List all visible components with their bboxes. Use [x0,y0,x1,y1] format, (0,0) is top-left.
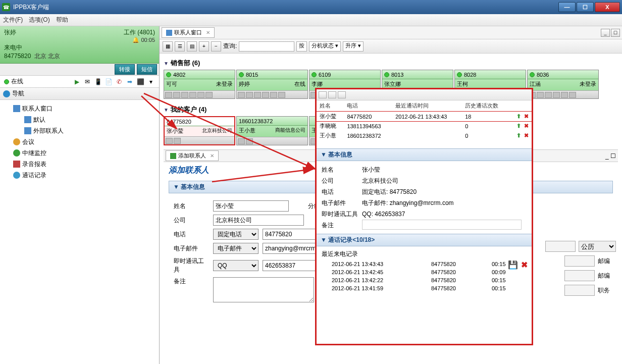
company-input[interactable] [213,215,304,226]
extra-input-2[interactable] [564,255,595,267]
view-tile-icon[interactable]: ▦ [163,41,173,51]
window-title: IPPBX客户端 [13,3,557,12]
menu-options[interactable]: 选项(O) [29,16,49,24]
nav-default[interactable]: 默认 [4,114,155,125]
status-bar: 在线 ▶ ✉ 📱 📄 ✆ ➡ ⬛ ▾ [0,76,159,88]
save-icon[interactable]: 💾 [508,260,518,270]
name-input[interactable] [213,200,289,212]
view-grid-icon[interactable]: ▤ [187,41,197,51]
th-last: 最近通话时间 [392,100,462,112]
maximize-button[interactable]: ☐ [577,2,594,12]
note-icon[interactable]: 📄 [105,78,113,86]
popup-contacts-table: 姓名 电话 最近通话时间 历史通话次数 张小莹847758202012-06-2… [317,100,532,140]
left-sidebar: 张婷 工作 (4801) 🔔 00:05 来电中 84775820 北京 北京 … [0,26,160,364]
email-type-select[interactable]: 电子邮件 [213,243,258,254]
nav-contacts-window[interactable]: 联系人窗口 [4,103,155,114]
recent-calls-header: 最近来电记录 [322,248,527,260]
menu-bar: 文件(F) 选项(O) 帮助 [0,14,622,26]
app-icon: ☎ [2,3,10,11]
handset-icon[interactable]: ✆ [115,78,123,86]
record-icon[interactable]: ⬛ [136,78,144,86]
pane-max-button[interactable]: ☐ [610,152,616,160]
tab-row: 联系人窗口 ✕ _ ☐ [160,26,622,39]
close-button[interactable]: X [595,2,620,12]
extra-input-3[interactable] [564,270,595,281]
query-label: 查询: [223,42,237,50]
nav-header: 导航 [0,88,159,100]
tab-icon [166,30,172,36]
status-text: 在线 [11,77,23,86]
nav-relay[interactable]: 中继监控 [4,147,155,159]
phone-type-select[interactable]: 固定电话 [213,229,258,240]
svg-line-1 [141,96,177,129]
extension-card[interactable]: 8036 江涵未登录 [527,70,599,99]
pane-min-button[interactable]: _ [601,29,610,37]
remark-input[interactable] [213,277,314,302]
tab-close-icon[interactable]: ✕ [206,30,210,35]
calendar-select[interactable]: 公历 [579,241,616,252]
popup-remark-box [362,220,522,230]
menu-file[interactable]: 文件(F) [3,16,23,24]
globe-icon [3,90,10,97]
im-type-select[interactable]: QQ [213,260,258,271]
add-icon[interactable]: + [199,41,209,51]
sort-field-select[interactable]: 分机状态 ▾ [309,41,341,51]
incoming-location: 北京 北京 [34,53,60,60]
popup-toolbar [317,89,532,100]
extra-input-1[interactable] [545,241,576,252]
phone-label: 电话 [169,230,209,239]
calllog-row: 2012-06-21 13:43:438477582000:15 [322,260,527,268]
pane-min-button[interactable]: _ [605,152,609,160]
popup-table-row[interactable]: 李晓晓138113945630⬆✖ [317,121,532,131]
remark-label: 备注 [169,277,209,286]
extra-input-4[interactable] [564,285,595,296]
incoming-label: 来电中 [4,43,155,52]
play-icon[interactable]: ▶ [73,78,81,86]
zip-label: 邮编 [598,257,616,266]
popup-table-row[interactable]: 张小莹847758202012-06-21 13:43:4318⬆✖ [317,112,532,122]
transfer-button[interactable]: 转接 [115,64,135,75]
call-timer: 00:05 [141,37,155,43]
company-label: 公司 [169,216,209,225]
nav-title: 导航 [12,89,24,98]
dropdown-icon[interactable]: ▾ [147,78,155,86]
nav-meeting[interactable]: 会议 [4,136,155,147]
minimize-button[interactable]: — [558,2,576,12]
window-titlebar: ☎ IPPBX客户端 — ☐ X [0,0,622,14]
nav-external[interactable]: 外部联系人 [4,125,155,136]
sort-dir-select[interactable]: 升序 ▾ [343,41,364,51]
forward-icon[interactable]: ➡ [126,78,134,86]
incoming-number: 84775820 [4,53,31,60]
popup-calllog-head[interactable]: ▼ 通话记录<10/18> [317,234,532,246]
menu-help[interactable]: 帮助 [56,16,68,24]
phone-input[interactable] [263,229,323,240]
user-work: 工作 (4801) [124,28,155,37]
popup-basic-info: 姓名张小莹 公司北京科技公司 电话固定电话: 84775820 电子邮件电子邮件… [317,161,532,234]
calllog-row: 2012-06-21 13:42:228477582000:15 [322,276,527,284]
calllog-row: 2012-06-21 13:42:458477582000:09 [322,268,527,276]
view-list-icon[interactable]: ☰ [175,41,185,51]
delete-icon[interactable]: ✖ [521,260,528,270]
pane-max-button[interactable]: ☐ [611,29,620,37]
th-count: 历史通话次数 [462,100,509,112]
popup-table-row[interactable]: 王小薏186012383720⬆✖ [317,131,532,140]
svg-line-2 [212,169,313,182]
sms-button[interactable]: 短信 [137,64,157,75]
popup-basic-info-head[interactable]: ▼ 基本信息 [317,148,532,161]
remove-icon[interactable]: − [211,41,221,51]
tab-contacts[interactable]: 联系人窗口 ✕ [162,27,215,38]
popup-view3-icon[interactable] [338,91,346,98]
calllog-row: 2012-06-21 13:41:598477582000:15 [322,284,527,292]
nav-calllog[interactable]: 通话记录 [4,170,155,181]
call-action-bar: 转接 短信 [0,64,159,76]
popup-view2-icon[interactable] [328,91,336,98]
nav-tree: 联系人窗口 默认 外部联系人 会议 中继监控 录音报表 通话记录 [0,100,159,184]
query-input[interactable] [239,41,294,51]
group-sales[interactable]: ▼销售部 (6) [164,57,618,70]
nav-recording[interactable]: 录音报表 [4,159,155,170]
mail-icon[interactable]: ✉ [83,78,91,86]
user-panel: 张婷 工作 (4801) 🔔 00:05 来电中 84775820 北京 北京 [0,26,159,64]
phone-icon[interactable]: 📱 [94,78,102,86]
search-button[interactable]: 按 [296,41,307,51]
contact-detail-popup: 姓名 电话 最近通话时间 历史通话次数 张小莹847758202012-06-2… [315,88,533,345]
